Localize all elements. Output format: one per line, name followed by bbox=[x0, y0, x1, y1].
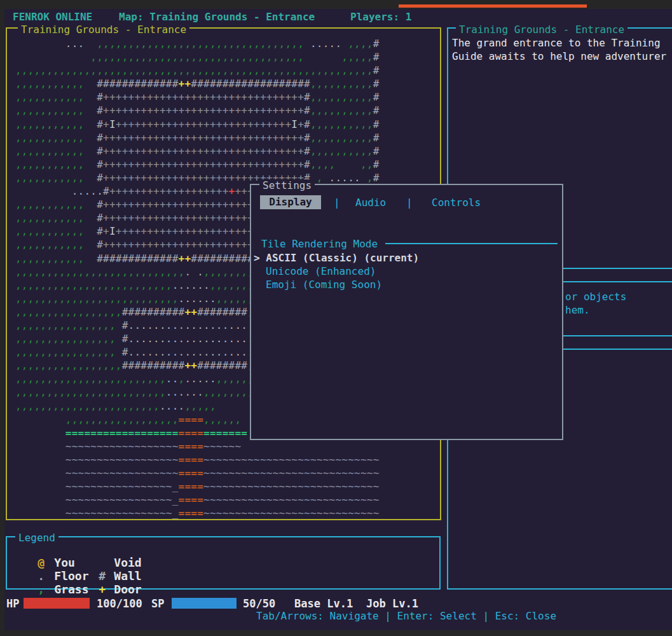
sp-value: 50/50 bbox=[243, 597, 275, 610]
hp-bar bbox=[24, 598, 90, 609]
map-name-label: Map: Training Grounds - Entrance bbox=[119, 11, 315, 23]
tile-rendering-mode-header: Tile Rendering Mode bbox=[261, 238, 378, 250]
grass-symbol: , bbox=[38, 583, 54, 596]
sp-bar bbox=[172, 598, 237, 609]
settings-tab-bar: Display | Audio | Controls bbox=[251, 196, 562, 211]
hint-text-fragment: or objects bbox=[565, 291, 626, 303]
tab-controls[interactable]: Controls bbox=[432, 197, 481, 209]
hp-bar-fill bbox=[24, 598, 90, 609]
legend-label: Grass bbox=[54, 583, 99, 596]
sp-bar-fill bbox=[172, 598, 237, 609]
app-title: FENROK ONLINE bbox=[13, 11, 92, 23]
job-level-label: Job Lv.1 bbox=[366, 597, 418, 610]
tab-separator: | bbox=[406, 197, 413, 209]
option-unicode-enhanced[interactable]: Unicode (Enhanced) bbox=[266, 265, 376, 277]
sp-label: SP bbox=[151, 597, 164, 610]
tab-separator: | bbox=[334, 197, 340, 209]
keyboard-help-bar: Tab/Arrows: Navigate | Enter: Select | E… bbox=[256, 610, 556, 622]
players-count-label: Players: 1 bbox=[350, 11, 411, 23]
info-panel-title: Training Grounds - Entrance bbox=[456, 24, 627, 36]
selection-cursor-icon: > bbox=[254, 252, 260, 264]
accent-line bbox=[399, 4, 587, 8]
legend-label: Door bbox=[114, 583, 141, 596]
map-panel-title: Training Grounds - Entrance bbox=[18, 24, 189, 36]
settings-dialog: Settings Display | Audio | Controls Tile… bbox=[250, 184, 563, 440]
base-level-label: Base Lv.1 bbox=[294, 597, 353, 610]
tab-audio[interactable]: Audio bbox=[355, 197, 386, 209]
option-emoji-coming-soon[interactable]: Emoji (Coming Soon) bbox=[266, 279, 382, 291]
legend-panel: Legend @YouVoid .Floor#Wall ,Grass+Door bbox=[6, 536, 441, 590]
location-description: The grand entrance to the Training Guide… bbox=[452, 36, 672, 63]
section-header-line bbox=[385, 243, 558, 244]
settings-dialog-title: Settings bbox=[259, 179, 315, 191]
hp-value: 100/100 bbox=[97, 597, 142, 610]
door-symbol: + bbox=[99, 583, 114, 596]
hint-text-fragment: hem. bbox=[565, 304, 590, 316]
option-ascii-classic[interactable]: > ASCII (Classic) (current) bbox=[254, 252, 419, 264]
hp-label: HP bbox=[6, 597, 19, 610]
tab-display[interactable]: Display bbox=[260, 195, 321, 209]
